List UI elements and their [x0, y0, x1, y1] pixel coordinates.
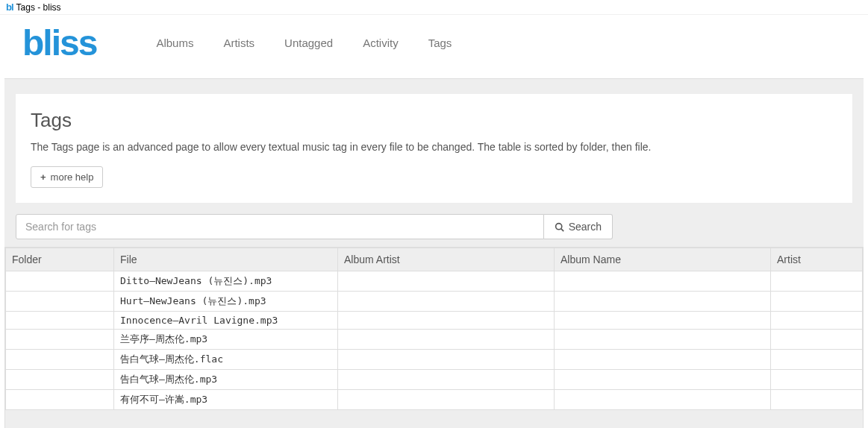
table-row[interactable]: Ditto—NewJeans (뉴진스).mp3: [6, 271, 863, 292]
window-title: Tags - bliss: [16, 2, 61, 13]
table-header-row: Folder File Album Artist Album Name Arti…: [6, 248, 863, 271]
cell-album_artist[interactable]: [338, 312, 555, 330]
plus-icon: +: [40, 171, 46, 183]
table-row[interactable]: 告白气球—周杰伦.flac: [6, 350, 863, 370]
cell-album_name[interactable]: [555, 330, 771, 350]
page-title: Tags: [31, 109, 837, 132]
cell-artist[interactable]: [771, 330, 863, 350]
cell-file[interactable]: Innocence—Avril Lavigne.mp3: [114, 312, 338, 330]
search-button-label: Search: [569, 221, 602, 233]
cell-artist[interactable]: [771, 390, 863, 410]
table-row[interactable]: 告白气球—周杰伦.mp3: [6, 370, 863, 390]
cell-folder[interactable]: [6, 330, 114, 350]
logo[interactable]: bliss: [22, 22, 96, 63]
table-footer-bar: [5, 410, 863, 428]
search-icon: [555, 222, 564, 232]
table-row[interactable]: 有何不可—许嵩.mp3: [6, 390, 863, 410]
cell-file[interactable]: Hurt—NewJeans (뉴진스).mp3: [114, 292, 338, 312]
cell-folder[interactable]: [6, 312, 114, 330]
cell-artist[interactable]: [771, 370, 863, 390]
cell-artist[interactable]: [771, 350, 863, 370]
app-icon: bl: [6, 1, 13, 13]
cell-album_name[interactable]: [555, 312, 771, 330]
cell-album_artist[interactable]: [338, 350, 555, 370]
cell-folder[interactable]: [6, 292, 114, 312]
page-description: The Tags page is an advanced page to all…: [31, 141, 837, 153]
nav-artists[interactable]: Artists: [223, 37, 255, 49]
cell-file[interactable]: 兰亭序—周杰伦.mp3: [114, 330, 338, 350]
table-row[interactable]: Hurt—NewJeans (뉴진스).mp3: [6, 292, 863, 312]
col-header-file[interactable]: File: [114, 248, 338, 271]
content-wrapper: Tags The Tags page is an advanced page t…: [4, 78, 864, 428]
svg-point-0: [555, 223, 561, 229]
more-help-button[interactable]: + more help: [31, 166, 103, 188]
more-help-label: more help: [51, 171, 94, 183]
cell-album_artist[interactable]: [338, 330, 555, 350]
nav-activity[interactable]: Activity: [363, 37, 399, 49]
intro-panel: Tags The Tags page is an advanced page t…: [16, 94, 852, 203]
col-header-folder[interactable]: Folder: [6, 248, 114, 271]
cell-folder[interactable]: [6, 370, 114, 390]
cell-folder[interactable]: [6, 390, 114, 410]
cell-file[interactable]: Ditto—NewJeans (뉴진스).mp3: [114, 271, 338, 292]
cell-file[interactable]: 有何不可—许嵩.mp3: [114, 390, 338, 410]
cell-album_name[interactable]: [555, 292, 771, 312]
cell-album_artist[interactable]: [338, 370, 555, 390]
tags-table-container: Folder File Album Artist Album Name Arti…: [4, 247, 864, 428]
tags-table: Folder File Album Artist Album Name Arti…: [5, 248, 863, 410]
svg-line-1: [561, 228, 563, 230]
cell-album_artist[interactable]: [338, 271, 555, 292]
cell-artist[interactable]: [771, 292, 863, 312]
col-header-artist[interactable]: Artist: [771, 248, 863, 271]
cell-file[interactable]: 告白气球—周杰伦.mp3: [114, 370, 338, 390]
table-row[interactable]: 兰亭序—周杰伦.mp3: [6, 330, 863, 350]
nav-albums[interactable]: Albums: [156, 37, 193, 49]
search-row: Search: [16, 214, 613, 239]
nav-untagged[interactable]: Untagged: [284, 37, 333, 49]
cell-folder[interactable]: [6, 350, 114, 370]
window-title-bar: bl Tags - bliss: [0, 0, 868, 15]
header: bliss Albums Artists Untagged Activity T…: [0, 15, 868, 78]
cell-album_artist[interactable]: [338, 390, 555, 410]
nav: Albums Artists Untagged Activity Tags: [156, 37, 452, 49]
cell-album_name[interactable]: [555, 390, 771, 410]
cell-folder[interactable]: [6, 271, 114, 292]
search-button[interactable]: Search: [544, 214, 613, 239]
table-row[interactable]: Innocence—Avril Lavigne.mp3: [6, 312, 863, 330]
col-header-album-name[interactable]: Album Name: [555, 248, 771, 271]
col-header-album-artist[interactable]: Album Artist: [338, 248, 555, 271]
cell-album_artist[interactable]: [338, 292, 555, 312]
search-input[interactable]: [16, 214, 544, 239]
cell-file[interactable]: 告白气球—周杰伦.flac: [114, 350, 338, 370]
cell-album_name[interactable]: [555, 350, 771, 370]
cell-album_name[interactable]: [555, 271, 771, 292]
nav-tags[interactable]: Tags: [428, 37, 452, 49]
cell-artist[interactable]: [771, 271, 863, 292]
cell-artist[interactable]: [771, 312, 863, 330]
cell-album_name[interactable]: [555, 370, 771, 390]
